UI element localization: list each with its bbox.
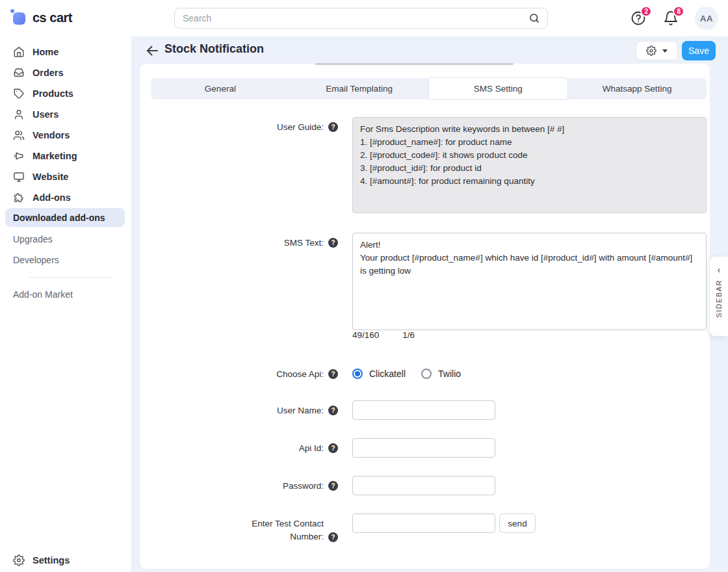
sidebar-item-label: Settings	[32, 555, 70, 566]
sidebar-item-label: Users	[32, 109, 58, 120]
users-icon	[13, 129, 25, 141]
sms-text-label: SMS Text:	[284, 237, 324, 250]
sidebar-item-label: Website	[32, 172, 68, 182]
tab-sms-setting[interactable]: SMS Setting	[429, 78, 568, 99]
sms-text-row: SMS Text: ? Alert! Your product [#produc…	[140, 233, 707, 330]
sidebar-item-label: Products	[32, 88, 73, 99]
sidebar-item-orders[interactable]: Orders	[0, 62, 131, 83]
tabbar: General Email Templating SMS Setting Wha…	[151, 78, 707, 99]
save-button[interactable]: Save	[682, 41, 716, 60]
tab-email-templating[interactable]: Email Templating	[290, 78, 429, 99]
test-contact-input[interactable]	[352, 514, 495, 533]
api-id-input[interactable]	[352, 438, 495, 458]
help-badge: 2	[640, 6, 652, 17]
user-guide-row: User Guide: ? For Sms Description write …	[140, 117, 707, 213]
user-name-label: User Name:	[277, 404, 324, 417]
choose-api-row: Choose Api: ? Clickatell Twilio	[140, 368, 707, 381]
app-logo[interactable]: cs cart	[10, 9, 72, 26]
gear-icon	[646, 46, 656, 56]
puzzle-icon	[13, 192, 25, 203]
sidebar-item-addon-market[interactable]: Add-on Market	[0, 284, 131, 305]
sms-count: 1/6	[402, 330, 415, 340]
sidebar-item-label: Downloaded add-ons	[13, 213, 105, 223]
sidebar-item-label: Developers	[13, 255, 59, 265]
inbox-icon	[13, 67, 25, 79]
sidebar-item-label: Orders	[32, 68, 64, 78]
user-name-input[interactable]	[352, 400, 495, 420]
monitor-icon	[13, 171, 25, 183]
help-tooltip-icon[interactable]: ?	[328, 406, 338, 415]
tab-whatsapp-setting[interactable]: Whatsapp Setting	[567, 78, 707, 99]
gear-icon	[13, 554, 25, 566]
test-contact-label: Enter Test Contact Number:	[242, 517, 324, 543]
tag-icon	[13, 88, 25, 99]
sidebar-divider	[29, 277, 112, 278]
api-id-row: Api Id: ?	[140, 438, 707, 458]
page-title: Stock Notification	[164, 42, 264, 56]
sidebar-item-downloaded-addons[interactable]: Downloaded add-ons	[5, 208, 125, 227]
choose-api-label: Choose Api:	[276, 368, 324, 381]
radio-clickatell-label[interactable]: Clickatell	[369, 369, 406, 379]
help-tooltip-icon[interactable]: ?	[328, 122, 338, 132]
global-search	[174, 8, 548, 29]
notifications-button[interactable]: 8	[663, 10, 679, 26]
sidebar: Home Orders Products Users Vendors Marke…	[0, 36, 131, 572]
radio-twilio[interactable]	[421, 369, 432, 379]
sidebar-item-label: Add-on Market	[13, 289, 73, 300]
sidebar-item-marketing[interactable]: Marketing	[0, 146, 131, 166]
sms-text-textarea[interactable]: Alert! Your product [#product_name#] whi…	[352, 233, 707, 330]
test-contact-row: Enter Test Contact Number: ? send	[140, 514, 707, 543]
sidebar-item-label: Home	[32, 47, 58, 57]
sidebar-item-home[interactable]: Home	[0, 42, 131, 62]
avatar[interactable]: AA	[695, 6, 718, 30]
user-guide-label: User Guide:	[277, 121, 324, 134]
page-header: Stock Notification Save	[131, 36, 728, 64]
help-center-button[interactable]: 2	[630, 10, 646, 26]
sidebar-item-label: Vendors	[32, 130, 70, 140]
tab-general[interactable]: General	[151, 78, 290, 99]
search-input[interactable]	[174, 8, 548, 29]
logo-text: cs cart	[32, 10, 72, 25]
cscart-logo-icon	[10, 9, 27, 26]
chevron-down-icon	[662, 49, 668, 53]
password-row: Password: ?	[140, 476, 707, 495]
home-icon	[13, 46, 25, 58]
megaphone-icon	[13, 150, 25, 162]
radio-clickatell[interactable]	[352, 369, 363, 379]
sidebar-item-developers[interactable]: Developers	[0, 250, 131, 270]
sidebar-item-addons[interactable]: Add-ons	[0, 187, 131, 208]
help-tooltip-icon[interactable]: ?	[328, 238, 338, 248]
settings-card: General Email Templating SMS Setting Wha…	[140, 64, 710, 569]
sidebar-item-users[interactable]: Users	[0, 104, 131, 125]
user-name-row: User Name: ?	[140, 400, 707, 420]
scrolled-element-edge	[315, 63, 514, 65]
sms-counters: 49/160 1/6	[352, 330, 415, 340]
settings-dropdown-button[interactable]	[636, 41, 678, 60]
api-id-label: Api Id:	[299, 442, 324, 455]
right-sidebar-toggle[interactable]: ‹ SIDEBAR	[710, 257, 728, 336]
sidebar-toggle-label: SIDEBAR	[715, 280, 723, 318]
sidebar-item-settings[interactable]: Settings	[0, 550, 131, 571]
user-guide-textarea: For Sms Description write keywords in be…	[352, 117, 707, 213]
help-tooltip-icon[interactable]: ?	[328, 532, 338, 542]
sidebar-item-label: Marketing	[32, 151, 77, 161]
back-arrow-icon[interactable]	[144, 43, 160, 58]
sidebar-item-label: Upgrades	[13, 234, 53, 244]
main-content: Stock Notification Save General Email Te…	[131, 36, 728, 572]
sidebar-item-vendors[interactable]: Vendors	[0, 125, 131, 146]
radio-twilio-label[interactable]: Twilio	[438, 369, 461, 379]
char-counter: 49/160	[352, 330, 379, 340]
user-icon	[13, 109, 25, 120]
sidebar-item-website[interactable]: Website	[0, 166, 131, 187]
sidebar-item-upgrades[interactable]: Upgrades	[0, 229, 131, 250]
help-tooltip-icon[interactable]: ?	[328, 481, 338, 491]
help-tooltip-icon[interactable]: ?	[328, 369, 338, 379]
help-tooltip-icon[interactable]: ?	[328, 443, 338, 453]
sidebar-item-products[interactable]: Products	[0, 83, 131, 104]
password-input[interactable]	[352, 476, 495, 495]
search-icon[interactable]	[528, 12, 540, 24]
chevron-left-icon: ‹	[718, 265, 721, 274]
password-label: Password:	[283, 480, 324, 493]
topbar: cs cart 2 8 AA	[0, 0, 728, 36]
send-button[interactable]: send	[499, 514, 536, 533]
